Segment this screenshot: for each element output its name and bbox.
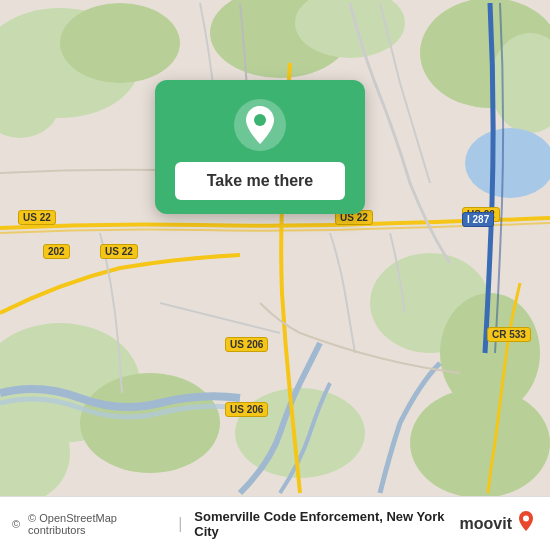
map-svg [0, 0, 550, 496]
us206-label-2: US 206 [225, 402, 268, 417]
take-me-there-button[interactable]: Take me there [175, 162, 345, 200]
us202-label: US 22 [100, 244, 138, 259]
svg-point-18 [523, 516, 529, 522]
copyright-text: © OpenStreetMap contributors [28, 512, 166, 536]
moovit-logo: moovit [460, 509, 538, 538]
us22-label-left: US 22 [18, 210, 56, 225]
location-name: Somerville Code Enforcement, New York Ci… [194, 509, 451, 539]
rt202-label: 202 [43, 244, 70, 259]
us206-label-1: US 206 [225, 337, 268, 352]
svg-point-3 [60, 3, 180, 83]
location-pin-icon [233, 98, 287, 152]
moovit-text: moovit [460, 515, 512, 533]
location-card[interactable]: Take me there [155, 80, 365, 214]
app: US 22 US 22 US 22 I 287 US 22 202 US 206… [0, 0, 550, 550]
svg-point-12 [80, 373, 220, 473]
map-container: US 22 US 22 US 22 I 287 US 22 202 US 206… [0, 0, 550, 496]
moovit-pin-icon [514, 509, 538, 538]
bottom-bar: © © OpenStreetMap contributors | Somervi… [0, 496, 550, 550]
copyright-icon: © [12, 518, 20, 530]
svg-point-17 [254, 114, 266, 126]
cr533-label: CR 533 [487, 327, 531, 342]
svg-point-15 [410, 388, 550, 496]
i287-label: I 287 [462, 212, 494, 227]
